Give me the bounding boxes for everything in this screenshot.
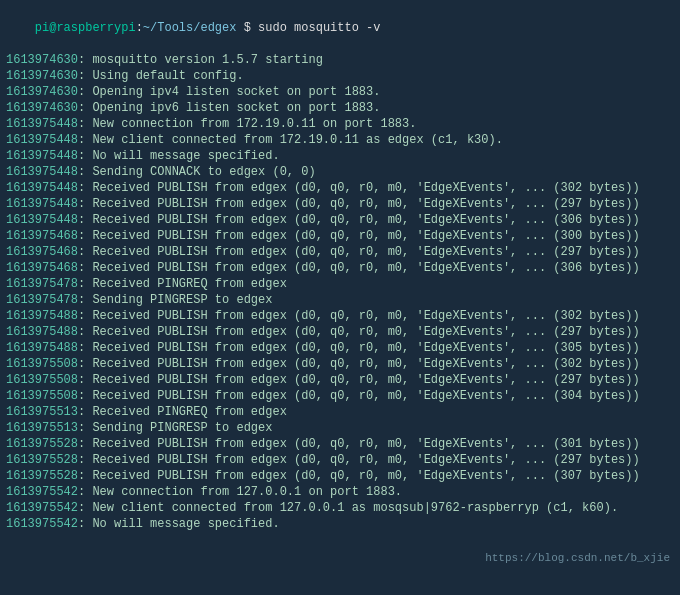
log-timestamp: 1613974630 [6, 53, 78, 67]
log-timestamp: 1613975448 [6, 213, 78, 227]
log-line: 1613975468: Received PUBLISH from edgex … [6, 244, 674, 260]
log-message: : Received PINGREQ from edgex [78, 277, 287, 291]
log-line: 1613975448: Received PUBLISH from edgex … [6, 212, 674, 228]
watermark-text: https://blog.csdn.net/b_xjie [485, 552, 670, 564]
log-message: : Received PUBLISH from edgex (d0, q0, r… [78, 261, 640, 275]
log-message: : mosquitto version 1.5.7 starting [78, 53, 323, 67]
log-line: 1613974630: Using default config. [6, 68, 674, 84]
prompt-command: sudo mosquitto -v [258, 21, 380, 35]
log-line: 1613975528: Received PUBLISH from edgex … [6, 468, 674, 484]
log-line: 1613975468: Received PUBLISH from edgex … [6, 228, 674, 244]
log-timestamp: 1613975468 [6, 229, 78, 243]
log-timestamp: 1613975448 [6, 181, 78, 195]
log-timestamp: 1613975488 [6, 325, 78, 339]
log-timestamp: 1613975528 [6, 469, 78, 483]
log-line: 1613975488: Received PUBLISH from edgex … [6, 308, 674, 324]
log-message: : No will message specified. [78, 149, 280, 163]
log-timestamp: 1613975508 [6, 357, 78, 371]
log-timestamp: 1613975542 [6, 485, 78, 499]
log-timestamp: 1613974630 [6, 69, 78, 83]
log-message: : Received PUBLISH from edgex (d0, q0, r… [78, 357, 640, 371]
log-timestamp: 1613975478 [6, 293, 78, 307]
log-message: : Received PUBLISH from edgex (d0, q0, r… [78, 341, 640, 355]
log-timestamp: 1613974630 [6, 101, 78, 115]
log-message: : Opening ipv6 listen socket on port 188… [78, 101, 380, 115]
log-message: : Received PINGREQ from edgex [78, 405, 287, 419]
log-line: 1613974630: Opening ipv4 listen socket o… [6, 84, 674, 100]
log-timestamp: 1613975448 [6, 133, 78, 147]
log-line: 1613975488: Received PUBLISH from edgex … [6, 340, 674, 356]
log-message: : Received PUBLISH from edgex (d0, q0, r… [78, 325, 640, 339]
log-line: 1613975448: No will message specified. [6, 148, 674, 164]
log-timestamp: 1613975488 [6, 309, 78, 323]
log-timestamp: 1613975528 [6, 437, 78, 451]
log-message: : Received PUBLISH from edgex (d0, q0, r… [78, 181, 640, 195]
log-message: : Received PUBLISH from edgex (d0, q0, r… [78, 197, 640, 211]
log-message: : Received PUBLISH from edgex (d0, q0, r… [78, 469, 640, 483]
log-timestamp: 1613975468 [6, 261, 78, 275]
log-line: 1613975448: New client connected from 17… [6, 132, 674, 148]
log-message: : Using default config. [78, 69, 244, 83]
log-line: 1613975508: Received PUBLISH from edgex … [6, 372, 674, 388]
log-line: 1613975542: New client connected from 12… [6, 500, 674, 516]
log-line: 1613975513: Sending PINGRESP to edgex [6, 420, 674, 436]
prompt-colon: : [136, 21, 143, 35]
log-line: 1613975478: Sending PINGRESP to edgex [6, 292, 674, 308]
log-line: 1613975528: Received PUBLISH from edgex … [6, 452, 674, 468]
log-line: 1613975488: Received PUBLISH from edgex … [6, 324, 674, 340]
log-message: : New client connected from 172.19.0.11 … [78, 133, 503, 147]
log-timestamp: 1613975488 [6, 341, 78, 355]
log-line: 1613975468: Received PUBLISH from edgex … [6, 260, 674, 276]
log-line: 1613975528: Received PUBLISH from edgex … [6, 436, 674, 452]
log-line: 1613975448: Sending CONNACK to edgex (0,… [6, 164, 674, 180]
prompt-user: pi@raspberrypi [35, 21, 136, 35]
log-message: : New client connected from 127.0.0.1 as… [78, 501, 618, 515]
log-line: 1613975513: Received PINGREQ from edgex [6, 404, 674, 420]
log-line: 1613975448: Received PUBLISH from edgex … [6, 196, 674, 212]
log-line: 1613975542: No will message specified. [6, 516, 674, 532]
log-output: 1613974630: mosquitto version 1.5.7 star… [6, 52, 674, 532]
log-timestamp: 1613975468 [6, 245, 78, 259]
prompt-line: pi@raspberrypi:~/Tools/edgex $ sudo mosq… [6, 4, 674, 52]
log-message: : Received PUBLISH from edgex (d0, q0, r… [78, 453, 640, 467]
prompt-path: ~/Tools/edgex [143, 21, 237, 35]
log-timestamp: 1613975448 [6, 117, 78, 131]
log-line: 1613975508: Received PUBLISH from edgex … [6, 356, 674, 372]
log-timestamp: 1613975448 [6, 197, 78, 211]
log-message: : New connection from 172.19.0.11 on por… [78, 117, 416, 131]
log-timestamp: 1613975508 [6, 389, 78, 403]
log-line: 1613975508: Received PUBLISH from edgex … [6, 388, 674, 404]
log-timestamp: 1613975513 [6, 421, 78, 435]
log-message: : Received PUBLISH from edgex (d0, q0, r… [78, 437, 640, 451]
log-message: : No will message specified. [78, 517, 280, 531]
log-timestamp: 1613975528 [6, 453, 78, 467]
log-line: 1613975478: Received PINGREQ from edgex [6, 276, 674, 292]
log-message: : Received PUBLISH from edgex (d0, q0, r… [78, 309, 640, 323]
log-timestamp: 1613975478 [6, 277, 78, 291]
log-message: : Opening ipv4 listen socket on port 188… [78, 85, 380, 99]
log-timestamp: 1613975542 [6, 517, 78, 531]
log-message: : Received PUBLISH from edgex (d0, q0, r… [78, 213, 640, 227]
log-message: : Received PUBLISH from edgex (d0, q0, r… [78, 373, 640, 387]
log-line: 1613975448: New connection from 172.19.0… [6, 116, 674, 132]
watermark-line: https://blog.csdn.net/b_xjie [6, 534, 674, 582]
log-message: : Received PUBLISH from edgex (d0, q0, r… [78, 229, 640, 243]
prompt-dollar: $ [236, 21, 258, 35]
log-message: : Sending CONNACK to edgex (0, 0) [78, 165, 316, 179]
log-line: 1613974630: Opening ipv6 listen socket o… [6, 100, 674, 116]
log-message: : Received PUBLISH from edgex (d0, q0, r… [78, 245, 640, 259]
log-message: : Sending PINGRESP to edgex [78, 293, 272, 307]
log-message: : Received PUBLISH from edgex (d0, q0, r… [78, 389, 640, 403]
log-line: 1613975448: Received PUBLISH from edgex … [6, 180, 674, 196]
log-timestamp: 1613975513 [6, 405, 78, 419]
log-timestamp: 1613975508 [6, 373, 78, 387]
log-timestamp: 1613975448 [6, 165, 78, 179]
log-timestamp: 1613975448 [6, 149, 78, 163]
log-timestamp: 1613974630 [6, 85, 78, 99]
log-message: : New connection from 127.0.0.1 on port … [78, 485, 402, 499]
terminal: pi@raspberrypi:~/Tools/edgex $ sudo mosq… [0, 0, 680, 595]
log-message: : Sending PINGRESP to edgex [78, 421, 272, 435]
log-line: 1613974630: mosquitto version 1.5.7 star… [6, 52, 674, 68]
log-line: 1613975542: New connection from 127.0.0.… [6, 484, 674, 500]
log-timestamp: 1613975542 [6, 501, 78, 515]
